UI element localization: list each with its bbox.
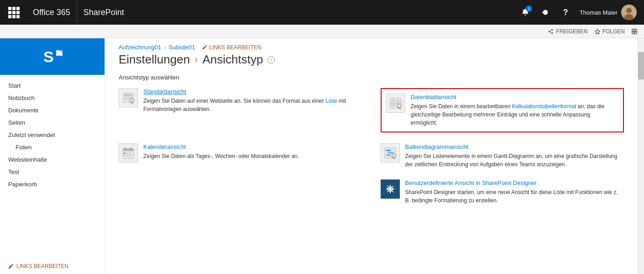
app-label: SharePoint bbox=[84, 8, 517, 17]
view-text-calendar: Kalenderansicht Zeigen Sie Daten als Tag… bbox=[143, 143, 299, 160]
info-icon[interactable]: i bbox=[267, 56, 275, 63]
brand-label[interactable]: Office 365 bbox=[26, 0, 77, 25]
view-title-datasheet[interactable]: Datenblattansicht bbox=[411, 94, 619, 100]
view-text-datasheet: Datenblattansicht Zeigen Sie Daten in ei… bbox=[411, 94, 619, 127]
svg-rect-40 bbox=[386, 150, 391, 151]
follow-button[interactable]: FOLGEN bbox=[594, 28, 625, 35]
top-nav: Office 365 SharePoint 1 ? Thomas Maier bbox=[0, 0, 644, 25]
svg-rect-41 bbox=[388, 152, 393, 153]
svg-rect-37 bbox=[126, 155, 128, 156]
view-desc-gantt: Zeigen Sie Listenelemente in einem Gantt… bbox=[405, 152, 624, 169]
view-item-standard: Standardansicht Zeigen Sie Daten auf ein… bbox=[119, 88, 362, 132]
sidebar-item-folien[interactable]: Folien bbox=[0, 141, 105, 153]
page-title-separator: › bbox=[194, 54, 198, 66]
breadcrumb-edit-label: LINKS BEARBEITEN bbox=[209, 44, 261, 51]
svg-text:S: S bbox=[43, 48, 54, 65]
view-title-gantt[interactable]: Balkendiagrammansicht bbox=[405, 143, 624, 150]
action-bar: FREIGEBEN FOLGEN bbox=[0, 25, 644, 38]
svg-rect-16 bbox=[124, 99, 130, 100]
content-area: Aufzeichnung01 › Subsite01 LINKS BEARBEI… bbox=[105, 38, 638, 274]
svg-rect-7 bbox=[635, 32, 637, 33]
page-title: Einstellungen › Ansichtstyp i bbox=[119, 53, 624, 67]
share-label: FREIGEBEN bbox=[556, 28, 587, 35]
share-button[interactable]: FREIGEBEN bbox=[548, 28, 587, 35]
notification-badge: 1 bbox=[526, 5, 532, 12]
view-icon-datasheet bbox=[386, 94, 405, 113]
sidebar-item-websiteinhalte[interactable]: Websiteinhalte bbox=[0, 153, 105, 166]
svg-rect-6 bbox=[632, 32, 634, 33]
top-nav-icons: 1 ? Thomas Maier bbox=[517, 4, 639, 21]
main-layout: S Start Notizbuch Dokumente Seiten Zulet… bbox=[0, 38, 644, 274]
view-text-standard: Standardansicht Zeigen Sie Daten auf ein… bbox=[143, 88, 362, 113]
view-icon-custom bbox=[381, 179, 400, 199]
svg-rect-4 bbox=[632, 29, 634, 31]
svg-rect-30 bbox=[123, 148, 134, 151]
svg-rect-34 bbox=[126, 153, 128, 154]
page-title-left: Einstellungen bbox=[119, 53, 190, 67]
svg-rect-14 bbox=[124, 96, 132, 97]
view-item-gantt: Balkendiagrammansicht Zeigen Sie Listene… bbox=[381, 143, 624, 169]
view-icon-calendar bbox=[119, 143, 138, 163]
svg-rect-13 bbox=[124, 95, 132, 95]
svg-rect-33 bbox=[124, 153, 126, 154]
sidebar: S Start Notizbuch Dokumente Seiten Zulet… bbox=[0, 38, 105, 274]
sidebar-item-papierkorb[interactable]: Papierkorb bbox=[0, 178, 105, 190]
sidebar-item-start[interactable]: Start bbox=[0, 79, 105, 92]
page-title-right: Ansichtstyp bbox=[202, 53, 263, 67]
view-desc-datasheet-link[interactable]: Kalkulationstabellenformat bbox=[512, 103, 576, 110]
svg-rect-38 bbox=[129, 155, 131, 156]
view-desc-standard: Zeigen Sie Daten auf einer Webseite an. … bbox=[143, 97, 362, 113]
view-icon-gantt bbox=[381, 143, 400, 163]
breadcrumb: Aufzeichnung01 › Subsite01 LINKS BEARBEI… bbox=[119, 44, 624, 51]
section-label: Ansichtstyp auswählen bbox=[119, 74, 624, 81]
sidebar-item-seiten[interactable]: Seiten bbox=[0, 116, 105, 129]
highlight-box: Datenblattansicht Zeigen Sie Daten in ei… bbox=[381, 88, 624, 132]
waffle-button[interactable] bbox=[5, 3, 23, 21]
waffle-icon bbox=[8, 7, 20, 18]
sidebar-item-dokumente[interactable]: Dokumente bbox=[0, 104, 105, 116]
avatar bbox=[621, 5, 637, 20]
view-item-custom: Benutzerdefinierte Ansicht in SharePoint… bbox=[381, 179, 624, 205]
svg-rect-42 bbox=[387, 154, 390, 156]
breadcrumb-item1[interactable]: Aufzeichnung01 bbox=[119, 44, 161, 51]
view-text-gantt: Balkendiagrammansicht Zeigen Sie Listene… bbox=[405, 143, 624, 169]
view-icon-standard bbox=[119, 88, 138, 107]
view-item-datasheet: Datenblattansicht Zeigen Sie Daten in ei… bbox=[386, 94, 619, 127]
sidebar-item-zuletzt[interactable]: Zuletzt verwendet bbox=[0, 129, 105, 141]
notification-button[interactable]: 1 bbox=[517, 4, 534, 21]
breadcrumb-item2[interactable]: Subsite01 bbox=[169, 44, 195, 51]
svg-rect-5 bbox=[635, 29, 637, 31]
sidebar-logo: S bbox=[0, 38, 105, 75]
view-title-calendar[interactable]: Kalenderansicht bbox=[143, 143, 299, 150]
svg-marker-3 bbox=[595, 29, 600, 34]
empty-cell bbox=[119, 179, 362, 205]
view-desc-custom: SharePoint Designer starten, um eine neu… bbox=[405, 188, 624, 205]
sidebar-nav: Start Notizbuch Dokumente Seiten Zuletzt… bbox=[0, 75, 105, 258]
sidebar-edit-links-label: LINKS BEARBEITEN bbox=[16, 263, 68, 269]
svg-rect-35 bbox=[129, 153, 131, 154]
breadcrumb-sep1: › bbox=[164, 44, 166, 51]
view-type-grid: Standardansicht Zeigen Sie Daten auf ein… bbox=[119, 88, 624, 205]
sharepoint-logo: S bbox=[39, 43, 66, 70]
user-menu[interactable]: Thomas Maier bbox=[577, 5, 639, 20]
view-text-custom: Benutzerdefinierte Ansicht in SharePoint… bbox=[405, 179, 624, 205]
view-desc-datasheet: Zeigen Sie Daten in einem bearbeitbaren … bbox=[411, 102, 619, 127]
help-button[interactable]: ? bbox=[557, 4, 574, 21]
sidebar-item-notizbuch[interactable]: Notizbuch bbox=[0, 92, 105, 104]
svg-rect-36 bbox=[124, 155, 126, 156]
svg-point-1 bbox=[626, 8, 632, 13]
focus-button[interactable] bbox=[631, 28, 638, 35]
scrollbar-thumb[interactable] bbox=[638, 52, 644, 79]
view-desc-standard-link[interactable]: Liste bbox=[325, 98, 337, 104]
view-title-standard[interactable]: Standardansicht bbox=[143, 88, 362, 95]
follow-label: FOLGEN bbox=[602, 28, 625, 35]
scrollbar[interactable] bbox=[638, 38, 644, 274]
sidebar-item-test[interactable]: Test bbox=[0, 166, 105, 178]
breadcrumb-edit-links[interactable]: LINKS BEARBEITEN bbox=[202, 44, 261, 51]
settings-button[interactable] bbox=[537, 4, 554, 21]
view-title-custom[interactable]: Benutzerdefinierte Ansicht in SharePoint… bbox=[405, 179, 624, 186]
view-item-calendar: Kalenderansicht Zeigen Sie Daten als Tag… bbox=[119, 143, 362, 169]
sidebar-edit-links[interactable]: LINKS BEARBEITEN bbox=[0, 258, 105, 274]
view-desc-calendar: Zeigen Sie Daten als Tages-, Wochen- ode… bbox=[143, 152, 299, 160]
user-name: Thomas Maier bbox=[580, 9, 618, 16]
